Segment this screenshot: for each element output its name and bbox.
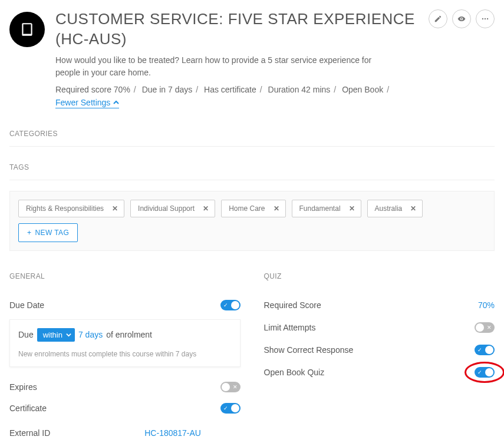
chevron-up-icon: [113, 100, 119, 105]
chevron-down-icon: [66, 332, 71, 338]
svg-point-2: [487, 18, 488, 19]
tag-chip[interactable]: Australia✕: [367, 200, 423, 217]
due-date-toggle[interactable]: ✓: [220, 300, 241, 310]
due-mode-select[interactable]: within: [37, 328, 75, 342]
close-icon[interactable]: ✕: [274, 204, 279, 213]
tag-chip[interactable]: Home Care✕: [221, 200, 285, 217]
tags-area: Rights & Responsibilities✕ Individual Su…: [9, 191, 495, 251]
fewer-settings-toggle[interactable]: Fewer Settings: [55, 98, 119, 108]
page-title: CUSTOMER SERVICE: FIVE STAR EXPERIENCE (…: [55, 9, 418, 49]
due-date-card: Due within 7 days of enrolment New enrol…: [9, 319, 241, 367]
expires-label: Expires: [9, 382, 37, 392]
close-icon[interactable]: ✕: [112, 204, 118, 213]
open-book-toggle[interactable]: ✓: [475, 367, 495, 378]
close-icon[interactable]: ✕: [203, 204, 209, 213]
general-heading: GENERAL: [9, 272, 241, 280]
meta-row: Required score 70%/ Due in 7 days/ Has c…: [55, 85, 418, 94]
close-icon[interactable]: ✕: [349, 204, 355, 213]
tag-chip[interactable]: Rights & Responsibilities✕: [18, 200, 124, 217]
eye-icon: [457, 15, 466, 23]
tags-heading: TAGS: [9, 163, 495, 180]
edit-button[interactable]: [429, 9, 447, 28]
close-icon[interactable]: ✕: [410, 204, 416, 213]
tag-chip[interactable]: Individual Support✕: [130, 200, 215, 217]
tag-chip[interactable]: Fundamental✕: [292, 200, 361, 217]
more-icon: [481, 15, 489, 23]
open-book-highlight: ✓: [475, 367, 495, 378]
open-book-label: Open Book Quiz: [264, 368, 325, 377]
new-tag-button[interactable]: + NEW TAG: [18, 223, 78, 242]
limit-attempts-toggle[interactable]: ✕: [475, 322, 495, 333]
svg-point-1: [485, 18, 486, 19]
categories-heading: CATEGORIES: [9, 130, 495, 147]
course-description: How would you like to be treated? Learn …: [55, 54, 386, 79]
show-correct-label: Show Correct Response: [264, 345, 354, 355]
certificate-toggle[interactable]: ✓: [220, 403, 241, 414]
limit-attempts-label: Limit Attempts: [264, 323, 316, 332]
external-id-label: External ID: [9, 428, 50, 438]
required-score-label: Required Score: [264, 300, 321, 310]
external-id-value[interactable]: HC-180817-AU: [144, 428, 201, 438]
due-days-value[interactable]: 7 days: [78, 330, 103, 339]
show-correct-toggle[interactable]: ✓: [475, 345, 495, 355]
due-date-label: Due Date: [9, 300, 44, 310]
quiz-heading: QUIZ: [264, 272, 495, 280]
due-note: New enrolments must complete this course…: [18, 350, 232, 358]
plus-icon: +: [27, 229, 31, 237]
expires-toggle[interactable]: ✕: [220, 382, 241, 392]
certificate-label: Certificate: [9, 404, 47, 413]
required-score-value[interactable]: 70%: [478, 300, 495, 310]
svg-point-0: [482, 18, 483, 19]
more-button[interactable]: [476, 9, 495, 28]
preview-button[interactable]: [452, 9, 471, 28]
pencil-icon: [434, 15, 442, 23]
course-icon: [9, 12, 45, 47]
